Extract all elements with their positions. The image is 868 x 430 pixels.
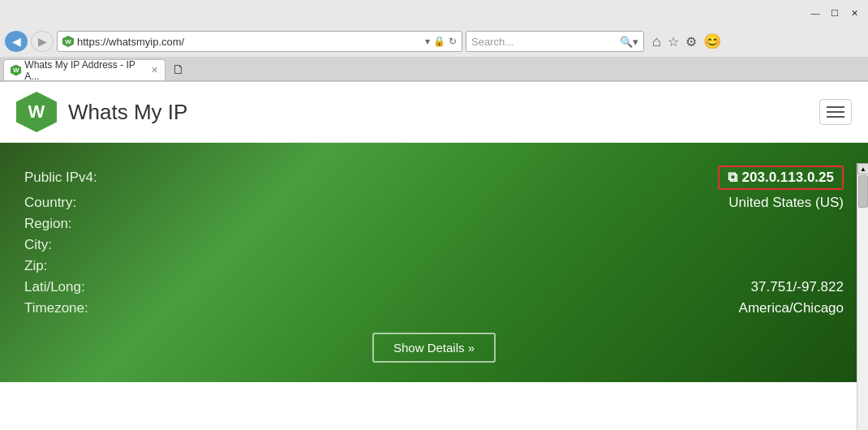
hamburger-line-3 [827,116,844,118]
tabs-bar: W Whats My IP Address - IP A... ✕ 🗋 [0,57,868,81]
tab-close-button[interactable]: ✕ [151,65,158,75]
hamburger-line-2 [827,111,844,113]
lock-icon: 🔒 [433,36,445,47]
close-button[interactable]: ✕ [847,7,862,19]
toolbar-icons: ⌂ ☆ ⚙ 😊 [652,32,721,50]
scrollbar-thumb[interactable] [858,175,868,208]
window-controls: — ☐ ✕ [808,7,862,19]
tab-label: Whats My IP Address - IP A... [24,59,146,82]
search-placeholder: Search... [471,36,617,48]
scrollbar[interactable]: ▲ [857,163,868,430]
copy-icon[interactable]: ⧉ [728,170,737,186]
show-details-container: Show Details » [24,333,844,363]
latilong-label: Lati/Long: [24,279,101,295]
bookmark-icon[interactable]: ☆ [668,34,679,49]
country-label: Country: [24,195,92,211]
hamburger-line-1 [827,106,844,108]
site-header: W Whats My IP [0,82,868,143]
forward-icon: ▶ [38,35,47,48]
tab-favicon: W [11,65,21,76]
site-logo: W Whats My IP [16,92,187,132]
region-label: Region: [24,216,88,232]
scrollbar-up-arrow[interactable]: ▲ [857,163,868,174]
ip-info-section: Public IPv4: ⧉ 203.0.113.0.25 Country: U… [0,143,868,382]
timezone-label: Timezone: [24,300,105,316]
zip-label: Zip: [24,258,63,274]
ip-address: 203.0.113.0.25 [742,170,834,186]
home-icon[interactable]: ⌂ [652,33,661,50]
tab-active[interactable]: W Whats My IP Address - IP A... ✕ [3,59,165,80]
address-bar[interactable]: W https://whatsmyip.com/ ▾ 🔒 ↻ [57,31,462,52]
site-favicon-small: W [62,36,74,47]
maximize-button[interactable]: ☐ [827,7,842,19]
back-icon: ◀ [12,35,21,48]
latilong-value: 37.751/-97.822 [751,279,844,295]
new-tab-icon: 🗋 [172,62,185,77]
show-details-button[interactable]: Show Details » [372,333,496,363]
search-bar[interactable]: Search... 🔍▾ [466,31,644,52]
ipv4-label: Public IPv4: [24,170,114,186]
title-bar: — ☐ ✕ [0,0,868,26]
city-label: City: [24,237,68,253]
country-value: United States (US) [728,195,844,211]
logo-letter: W [28,101,45,123]
ip-value-highlighted[interactable]: ⧉ 203.0.113.0.25 [718,166,844,190]
search-dropdown-button[interactable]: 🔍▾ [620,36,638,48]
site-title: Whats My IP [68,100,187,125]
user-icon[interactable]: 😊 [703,32,721,50]
logo-hexagon: W [16,92,57,132]
dropdown-icon[interactable]: ▾ [425,36,430,47]
address-bar-icons: ▾ 🔒 ↻ [425,36,457,47]
back-button[interactable]: ◀ [5,31,28,52]
hamburger-menu-button[interactable] [819,99,852,125]
timezone-value: America/Chicago [739,300,844,316]
nav-bar: ◀ ▶ W https://whatsmyip.com/ ▾ 🔒 ↻ Searc… [0,26,868,57]
new-tab-button[interactable]: 🗋 [165,59,191,80]
minimize-button[interactable]: — [808,7,823,19]
refresh-icon[interactable]: ↻ [449,36,457,47]
forward-button[interactable]: ▶ [31,31,54,52]
settings-icon[interactable]: ⚙ [685,34,697,49]
page-content: W Whats My IP Public IPv4: ⧉ 203.0.113.0… [0,82,868,430]
address-text: https://whatsmyip.com/ [77,36,422,48]
